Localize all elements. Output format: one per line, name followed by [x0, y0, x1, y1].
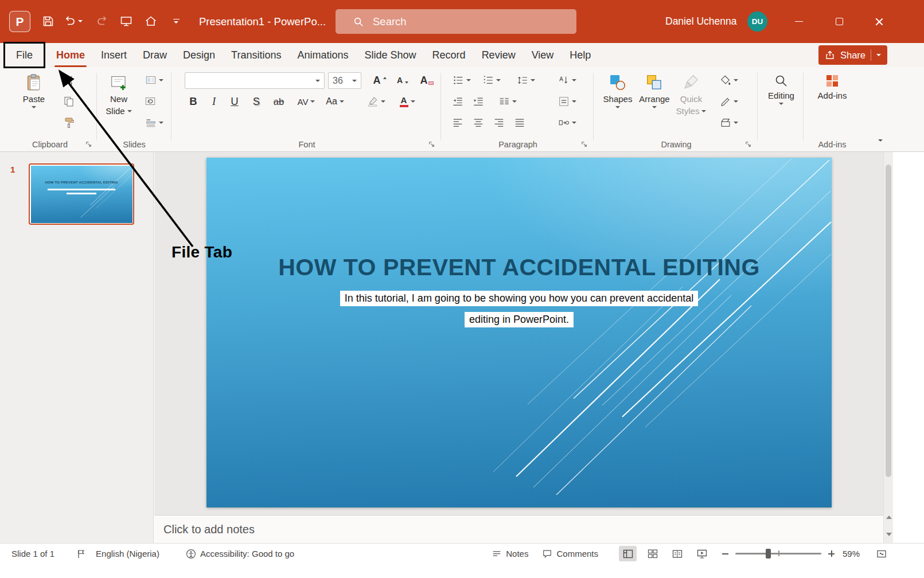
accessibility-checker[interactable]: Accessibility: Good to go — [186, 549, 294, 559]
spell-check-button[interactable] — [76, 549, 87, 559]
font-color-chevron-icon[interactable] — [411, 100, 415, 103]
customize-quick-access-button[interactable] — [166, 11, 186, 32]
arrange-chevron-icon[interactable] — [652, 106, 657, 108]
slide-show-button[interactable] — [693, 546, 711, 561]
bold-button[interactable]: B — [184, 93, 203, 110]
arrange-button[interactable]: Arrange — [637, 71, 672, 108]
align-center-button[interactable] — [469, 114, 488, 131]
font-size-chevron-icon[interactable] — [352, 80, 357, 82]
line-spacing-button[interactable] — [513, 72, 539, 89]
language-indicator[interactable]: English (Nigeria) — [96, 549, 159, 559]
tab-insert[interactable]: Insert — [93, 43, 135, 67]
font-size-combobox[interactable]: 36 — [328, 72, 361, 89]
tab-file[interactable]: File — [3, 42, 45, 68]
change-case-button[interactable]: Aa — [321, 93, 349, 110]
home-quick-button[interactable] — [141, 11, 161, 32]
effects-chevron-icon[interactable] — [734, 122, 738, 124]
maximize-button[interactable] — [825, 0, 853, 43]
fill-chevron-icon[interactable] — [734, 79, 738, 81]
close-button[interactable] — [865, 0, 894, 43]
present-button[interactable] — [116, 11, 137, 32]
cut-button[interactable] — [60, 72, 78, 89]
zoom-in-button[interactable] — [828, 550, 835, 557]
tab-record[interactable]: Record — [424, 43, 474, 67]
columns-chevron-icon[interactable] — [512, 100, 517, 103]
copy-button[interactable] — [60, 93, 78, 110]
convert-to-smartart-button[interactable] — [554, 114, 580, 131]
bullets-chevron-icon[interactable] — [466, 79, 471, 81]
vertical-scrollbar[interactable] — [883, 152, 893, 543]
slide-layout-button[interactable] — [141, 72, 167, 89]
shape-fill-button[interactable] — [716, 72, 742, 89]
italic-button[interactable]: I — [204, 93, 224, 110]
zoom-slider[interactable] — [735, 553, 821, 554]
slide-body-text[interactable]: In this tutorial, I am going to be showi… — [206, 291, 832, 327]
undo-button[interactable] — [60, 11, 86, 32]
slide-canvas[interactable]: HOW TO PREVENT ACCIDENTAL EDITING In thi… — [206, 158, 832, 507]
text-direction-button[interactable] — [554, 72, 580, 89]
tab-transitions[interactable]: Transitions — [223, 43, 289, 67]
editing-chevron-icon[interactable] — [779, 103, 783, 105]
numbering-button[interactable] — [478, 72, 505, 89]
powerpoint-logo-icon[interactable]: P — [9, 11, 30, 32]
tab-review[interactable]: Review — [474, 43, 524, 67]
quick-styles-chevron-icon[interactable] — [701, 110, 706, 112]
section-button[interactable] — [141, 114, 167, 131]
zoom-level[interactable]: 59% — [843, 549, 867, 559]
search-input[interactable] — [373, 15, 545, 28]
underline-button[interactable]: U — [225, 93, 244, 110]
format-painter-button[interactable] — [60, 114, 78, 131]
tab-help[interactable]: Help — [562, 43, 599, 67]
case-chevron-icon[interactable] — [340, 100, 344, 103]
normal-view-button[interactable] — [619, 546, 637, 561]
next-slide-button[interactable] — [886, 531, 892, 537]
align-left-button[interactable] — [449, 114, 467, 131]
tab-animations[interactable]: Animations — [289, 43, 356, 67]
bullets-button[interactable] — [449, 72, 475, 89]
slide-sorter-view-button[interactable] — [644, 546, 661, 561]
undo-dropdown-chevron-icon[interactable] — [78, 20, 83, 22]
quick-styles-button[interactable]: Quick Styles — [673, 71, 709, 116]
reset-slide-button[interactable] — [141, 93, 159, 110]
notes-pane[interactable]: Click to add notes — [154, 515, 883, 543]
smartart-chevron-icon[interactable] — [572, 122, 576, 124]
zoom-out-button[interactable] — [722, 553, 728, 554]
text-shadow-button[interactable]: S — [247, 93, 266, 110]
section-chevron-icon[interactable] — [159, 122, 163, 124]
tab-home[interactable]: Home — [48, 43, 93, 67]
text-highlight-color-button[interactable] — [362, 93, 390, 110]
tab-draw[interactable]: Draw — [135, 43, 175, 67]
clear-formatting-button[interactable]: A — [416, 72, 437, 89]
save-button[interactable] — [38, 11, 59, 32]
increase-indent-button[interactable] — [469, 93, 488, 110]
collapse-ribbon-button[interactable] — [873, 134, 888, 147]
user-name[interactable]: Daniel Uchenna — [665, 0, 737, 43]
paste-dropdown-chevron-icon[interactable] — [32, 106, 36, 108]
font-name-chevron-icon[interactable] — [315, 80, 320, 82]
spacing-chevron-icon[interactable] — [310, 100, 315, 103]
addins-button[interactable]: Add-ins — [814, 71, 850, 100]
line-spacing-chevron-icon[interactable] — [531, 79, 535, 81]
comments-toggle-button[interactable]: Comments — [542, 549, 598, 559]
outline-chevron-icon[interactable] — [734, 100, 738, 103]
avatar[interactable]: DU — [747, 11, 767, 32]
strikethrough-button[interactable]: ab — [267, 93, 290, 110]
previous-slide-button[interactable] — [886, 514, 892, 520]
shapes-chevron-icon[interactable] — [615, 106, 620, 108]
shape-outline-button[interactable] — [716, 93, 742, 110]
tab-slide-show[interactable]: Slide Show — [357, 43, 424, 67]
notes-toggle-button[interactable]: Notes — [492, 549, 528, 559]
share-dropdown-chevron-icon[interactable] — [876, 54, 881, 56]
shape-effects-button[interactable] — [716, 114, 742, 131]
decrease-font-size-button[interactable]: A — [392, 72, 413, 89]
slide-thumbnail[interactable]: HOW TO PREVENT ACCIDENTAL EDITING — [29, 163, 134, 225]
align-text-chevron-icon[interactable] — [572, 100, 576, 103]
fit-slide-to-window-button[interactable] — [876, 548, 887, 560]
slide-title[interactable]: HOW TO PREVENT ACCIDENTAL EDITING — [206, 254, 832, 281]
search-box[interactable] — [336, 9, 576, 34]
layout-chevron-icon[interactable] — [159, 79, 163, 81]
font-name-combobox[interactable] — [185, 72, 325, 89]
font-color-button[interactable]: A — [393, 93, 421, 110]
drawing-dialog-launcher[interactable] — [744, 140, 753, 149]
decrease-indent-button[interactable] — [449, 93, 467, 110]
